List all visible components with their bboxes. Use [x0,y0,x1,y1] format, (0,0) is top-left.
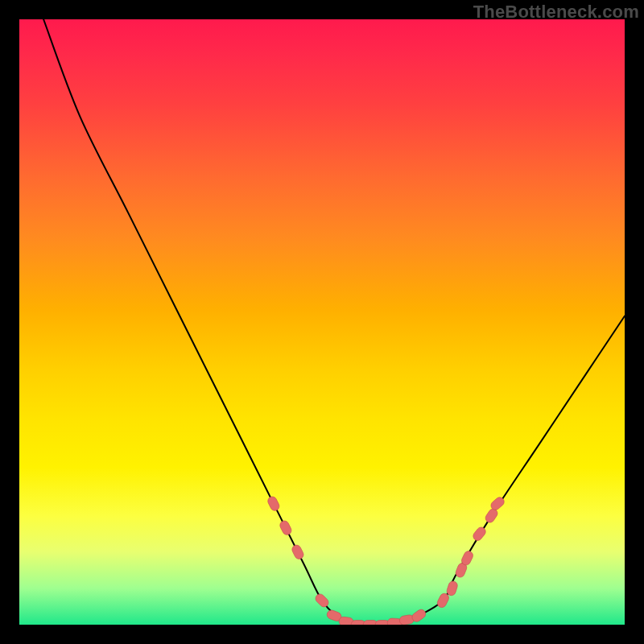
plot-area [19,19,625,625]
bottleneck-curve [43,19,625,625]
highlight-marker [314,592,331,609]
chart-svg [19,19,625,625]
highlight-marker [266,495,281,512]
chart-frame: TheBottleneck.com [0,0,644,644]
highlight-marker [472,526,488,543]
highlight-marker [279,519,293,536]
highlight-marker [291,543,305,560]
curve-layer [43,19,625,625]
watermark-text: TheBottleneck.com [473,2,639,23]
